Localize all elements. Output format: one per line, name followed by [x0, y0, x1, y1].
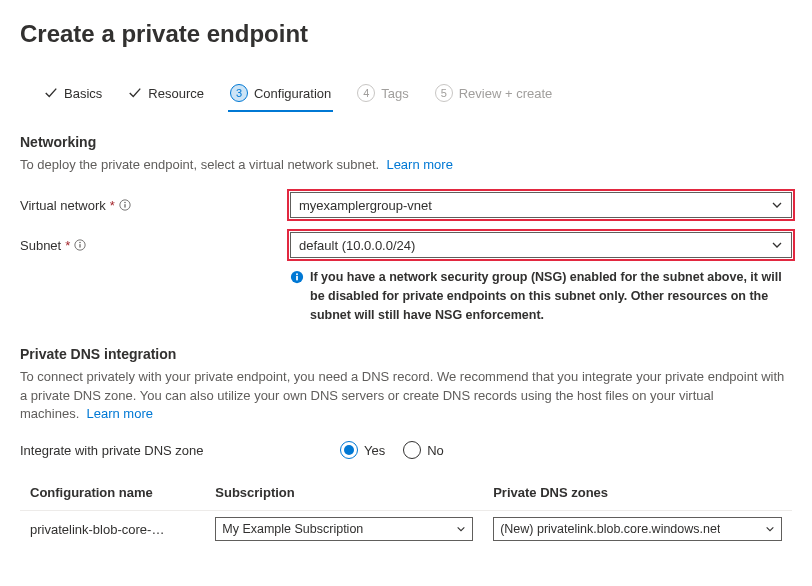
- tab-basics[interactable]: Basics: [42, 80, 104, 111]
- radio-no[interactable]: No: [403, 441, 444, 459]
- col-subscription: Subscription: [205, 477, 483, 511]
- integrate-dns-label: Integrate with private DNS zone: [20, 443, 340, 458]
- svg-point-1: [124, 202, 126, 204]
- tab-tags[interactable]: 4 Tags: [355, 78, 410, 112]
- check-icon: [44, 86, 58, 100]
- page-title: Create a private endpoint: [20, 20, 792, 48]
- step-number: 4: [357, 84, 375, 102]
- integrate-dns-radio-group: Yes No: [340, 441, 444, 459]
- networking-heading: Networking: [20, 134, 792, 150]
- tab-label: Basics: [64, 86, 102, 101]
- radio-label: Yes: [364, 443, 385, 458]
- check-icon: [128, 86, 142, 100]
- configuration-name-cell: privatelink-blob-core-…: [20, 511, 205, 548]
- table-header-row: Configuration name Subscription Private …: [20, 477, 792, 511]
- tab-configuration[interactable]: 3 Configuration: [228, 78, 333, 112]
- info-icon: [290, 270, 304, 284]
- chevron-down-icon: [771, 199, 783, 211]
- radio-icon: [403, 441, 421, 459]
- col-configuration-name: Configuration name: [20, 477, 205, 511]
- table-row: privatelink-blob-core-… My Example Subsc…: [20, 511, 792, 548]
- svg-rect-5: [80, 244, 81, 247]
- dns-description: To connect privately with your private e…: [20, 368, 792, 423]
- svg-point-4: [79, 242, 81, 244]
- step-number: 3: [230, 84, 248, 102]
- svg-rect-2: [124, 204, 125, 207]
- virtual-network-select[interactable]: myexamplergroup-vnet: [290, 192, 792, 218]
- tab-label: Resource: [148, 86, 204, 101]
- wizard-tabs: Basics Resource 3 Configuration 4 Tags 5…: [20, 78, 792, 112]
- select-value: My Example Subscription: [222, 522, 363, 536]
- chevron-down-icon: [456, 524, 466, 534]
- tab-review-create[interactable]: 5 Review + create: [433, 78, 555, 112]
- step-number: 5: [435, 84, 453, 102]
- learn-more-link[interactable]: Learn more: [86, 406, 152, 421]
- nsg-info-message: If you have a network security group (NS…: [290, 268, 792, 324]
- tab-label: Tags: [381, 86, 408, 101]
- subscription-select[interactable]: My Example Subscription: [215, 517, 473, 541]
- subnet-select[interactable]: default (10.0.0.0/24): [290, 232, 792, 258]
- svg-point-7: [296, 273, 298, 275]
- col-private-dns-zones: Private DNS zones: [483, 477, 792, 511]
- dns-heading: Private DNS integration: [20, 346, 792, 362]
- radio-label: No: [427, 443, 444, 458]
- required-indicator: *: [65, 238, 70, 253]
- info-icon[interactable]: [119, 199, 131, 211]
- subnet-label: Subnet *: [20, 238, 290, 253]
- chevron-down-icon: [771, 239, 783, 251]
- chevron-down-icon: [765, 524, 775, 534]
- tab-label: Review + create: [459, 86, 553, 101]
- radio-yes[interactable]: Yes: [340, 441, 385, 459]
- select-value: (New) privatelink.blob.core.windows.net: [500, 522, 720, 536]
- radio-icon: [340, 441, 358, 459]
- select-value: myexamplergroup-vnet: [299, 198, 432, 213]
- svg-rect-8: [296, 276, 298, 280]
- select-value: default (10.0.0.0/24): [299, 238, 415, 253]
- tab-resource[interactable]: Resource: [126, 80, 206, 111]
- learn-more-link[interactable]: Learn more: [386, 157, 452, 172]
- required-indicator: *: [110, 198, 115, 213]
- info-icon[interactable]: [74, 239, 86, 251]
- dns-zone-select[interactable]: (New) privatelink.blob.core.windows.net: [493, 517, 782, 541]
- networking-description: To deploy the private endpoint, select a…: [20, 156, 792, 174]
- dns-zones-table: Configuration name Subscription Private …: [20, 477, 792, 547]
- tab-label: Configuration: [254, 86, 331, 101]
- virtual-network-label: Virtual network *: [20, 198, 290, 213]
